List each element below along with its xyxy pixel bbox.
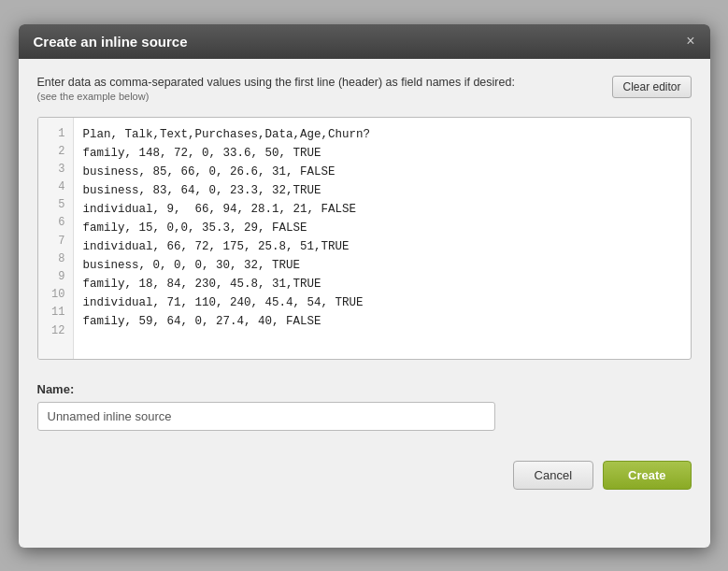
line-number: 4 [38,178,73,196]
line-number: 2 [38,143,73,161]
dialog-body: Enter data as comma-separated values usi… [19,59,710,448]
line-number: 7 [38,233,73,250]
line-number: 9 [38,268,73,286]
top-row: Enter data as comma-separated values usi… [37,76,692,111]
name-label: Name: [37,382,692,396]
line-number: 1 [38,125,73,143]
line-numbers: 123456789101112 [38,118,74,359]
line-number: 8 [38,250,73,268]
dialog-titlebar: Create an inline source × [19,24,710,59]
instruction-sub: (see the example below) [37,91,515,102]
dialog-title: Create an inline source [34,34,188,50]
create-button[interactable]: Create [603,461,691,490]
clear-editor-button[interactable]: Clear editor [612,76,691,98]
line-number: 12 [38,322,73,340]
close-button[interactable]: × [686,34,694,49]
dialog-footer: Cancel Create [19,448,710,503]
line-number: 11 [38,304,73,321]
cancel-button[interactable]: Cancel [513,461,593,490]
name-input[interactable] [37,402,495,431]
line-number: 3 [38,161,73,178]
line-number: 5 [38,196,73,214]
line-number: 6 [38,214,73,232]
instruction-main: Enter data as comma-separated values usi… [37,76,515,89]
line-number: 10 [38,286,73,304]
instructions: Enter data as comma-separated values usi… [37,76,515,111]
code-content[interactable]: Plan, Talk,Text,Purchases,Data,Age,Churn… [74,118,691,359]
create-inline-source-dialog: Create an inline source × Enter data as … [19,24,710,548]
name-section: Name: [37,382,692,431]
editor-area[interactable]: 123456789101112 Plan, Talk,Text,Purchase… [37,117,692,360]
